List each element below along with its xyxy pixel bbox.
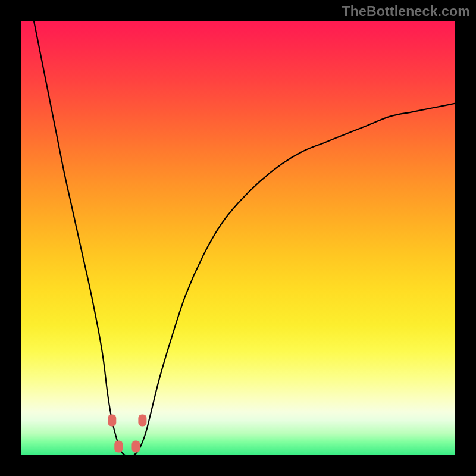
chart-frame: TheBottleneck.com <box>0 0 476 476</box>
curve-marker <box>131 440 140 452</box>
curve-marker <box>108 415 116 427</box>
bottleneck-curve-svg <box>21 21 455 455</box>
plot-area <box>21 21 455 455</box>
curve-marker <box>114 440 123 452</box>
watermark-text: TheBottleneck.com <box>342 4 470 20</box>
curve-marker <box>138 415 146 427</box>
bottleneck-curve <box>34 21 455 455</box>
curve-layer <box>34 21 455 455</box>
